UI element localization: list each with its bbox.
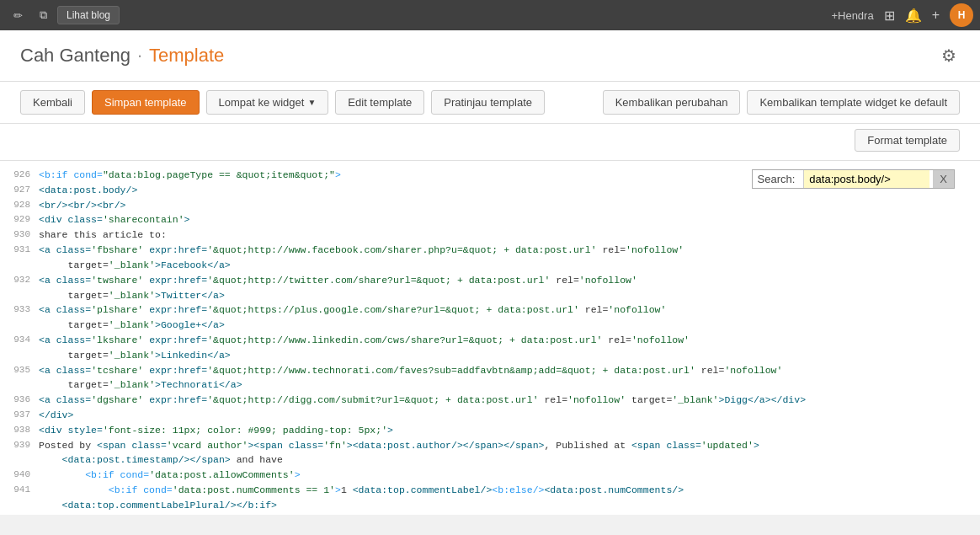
line-number: 942 bbox=[7, 513, 39, 515]
line-number: 927 bbox=[7, 183, 39, 198]
line-number: 934 bbox=[7, 333, 39, 363]
line-number: 938 bbox=[7, 423, 39, 438]
search-bar: Search: X bbox=[752, 169, 955, 189]
top-navigation: ✏ ⧉ Lihat blog +Hendra ⊞ 🔔 + H bbox=[0, 0, 980, 30]
table-row: 937 </div> bbox=[0, 408, 963, 423]
table-row: 929 <div class='sharecontain'> bbox=[0, 212, 963, 227]
page-title: Template bbox=[149, 45, 224, 67]
lihat-blog-button[interactable]: Lihat blog bbox=[57, 6, 120, 24]
separator: · bbox=[137, 45, 142, 67]
simpan-template-button[interactable]: Simpan template bbox=[92, 90, 200, 115]
line-number: 933 bbox=[7, 302, 39, 333]
table-row: 939 Posted by <span class='vcard author'… bbox=[0, 438, 963, 468]
settings-button[interactable]: ⚙ bbox=[938, 42, 960, 69]
line-number: 928 bbox=[7, 198, 39, 213]
table-row: 940 <b:if cond='data:post.allowComments'… bbox=[0, 468, 963, 483]
code-editor: Search: X 926 <b:if cond="data:blog.page… bbox=[0, 161, 980, 515]
kembalikan-perubahan-button[interactable]: Kembalikan perubahan bbox=[603, 90, 741, 115]
line-number: 941 bbox=[7, 483, 39, 513]
line-number: 939 bbox=[7, 438, 39, 468]
line-content: <div class='sharecontain'> bbox=[39, 212, 956, 227]
user-name[interactable]: +Hendra bbox=[831, 9, 873, 22]
line-content bbox=[39, 513, 956, 515]
line-content: <a class='plshare' expr:href='&quot;http… bbox=[39, 302, 956, 333]
line-number: 935 bbox=[7, 363, 39, 393]
kembali-button[interactable]: Kembali bbox=[20, 90, 85, 115]
line-number: 937 bbox=[7, 408, 39, 423]
line-content: Posted by <span class='vcard author'><sp… bbox=[39, 438, 956, 468]
blog-name: Cah Ganteng bbox=[20, 45, 130, 67]
bell-icon[interactable]: 🔔 bbox=[905, 8, 922, 24]
search-input[interactable] bbox=[803, 170, 929, 188]
format-template-button[interactable]: Format template bbox=[855, 129, 960, 152]
line-content: <div style='font-size: 11px; color: #999… bbox=[39, 423, 956, 438]
line-content: <a class='tcshare' expr:href='&quot;http… bbox=[39, 363, 956, 393]
toolbar-right: Kembalikan perubahan Kembalikan template… bbox=[603, 90, 960, 115]
edit-nav-button[interactable]: ✏ bbox=[7, 6, 29, 25]
page-header: Cah Ganteng · Template ⚙ bbox=[0, 30, 980, 82]
code-area[interactable]: 926 <b:if cond="data:blog.pageType == &q… bbox=[0, 161, 980, 515]
top-nav-right: +Hendra ⊞ 🔔 + H bbox=[831, 3, 973, 27]
lompat-ke-widget-button[interactable]: Lompat ke widget ▼ bbox=[206, 90, 329, 115]
grid-icon[interactable]: ⊞ bbox=[884, 8, 895, 24]
copy-icon: ⧉ bbox=[40, 8, 47, 22]
toolbar: Kembali Simpan template Lompat ke widget… bbox=[0, 82, 980, 124]
line-number: 930 bbox=[7, 227, 39, 243]
line-content: share this article to: bbox=[39, 227, 956, 243]
line-content: </div> bbox=[39, 408, 956, 423]
lompat-label: Lompat ke widget bbox=[219, 96, 305, 109]
table-row: 941 <b:if cond='data:post.numComments ==… bbox=[0, 483, 963, 513]
table-row: 936 <a class='dgshare' expr:href='&quot;… bbox=[0, 393, 963, 408]
pratinjau-template-button[interactable]: Pratinjau template bbox=[431, 90, 545, 115]
plus-icon[interactable]: + bbox=[932, 8, 940, 23]
table-row: 928 <br/><br/><br/> bbox=[0, 198, 963, 213]
line-number: 926 bbox=[7, 168, 39, 183]
pencil-icon: ✏ bbox=[13, 9, 23, 22]
search-label: Search: bbox=[753, 170, 801, 188]
table-row: 931 <a class='fbshare' expr:href='&quot;… bbox=[0, 243, 963, 273]
line-content: <br/><br/><br/> bbox=[39, 198, 956, 213]
dropdown-arrow-icon: ▼ bbox=[307, 98, 316, 107]
line-number: 929 bbox=[7, 212, 39, 227]
edit-template-button[interactable]: Edit template bbox=[335, 90, 424, 115]
line-content: <a class='dgshare' expr:href='&quot;http… bbox=[39, 393, 956, 408]
line-number: 940 bbox=[7, 468, 39, 483]
table-row: 930 share this article to: bbox=[0, 227, 963, 243]
table-row: 934 <a class='lkshare' expr:href='&quot;… bbox=[0, 333, 963, 363]
kembalikan-widget-button[interactable]: Kembalikan template widget ke default bbox=[747, 90, 960, 115]
line-content: <a class='lkshare' expr:href='&quot;http… bbox=[39, 333, 956, 363]
table-row: 932 <a class='twshare' expr:href='&quot;… bbox=[0, 273, 963, 303]
line-number: 936 bbox=[7, 393, 39, 408]
page-title-area: Cah Ganteng · Template bbox=[20, 45, 224, 67]
top-nav-left: ✏ ⧉ Lihat blog bbox=[7, 5, 120, 25]
table-row: 942 bbox=[0, 513, 963, 515]
search-close-button[interactable]: X bbox=[933, 170, 954, 188]
avatar[interactable]: H bbox=[950, 3, 973, 27]
line-content: <b:if cond='data:post.numComments == 1'>… bbox=[39, 483, 956, 513]
line-number: 932 bbox=[7, 273, 39, 303]
line-content: <a class='twshare' expr:href='&quot;http… bbox=[39, 273, 956, 303]
format-template-row: Format template bbox=[0, 124, 980, 161]
line-content: <b:if cond='data:post.allowComments'> bbox=[39, 468, 956, 483]
table-row: 933 <a class='plshare' expr:href='&quot;… bbox=[0, 302, 963, 333]
line-number: 931 bbox=[7, 243, 39, 273]
table-row: 938 <div style='font-size: 11px; color: … bbox=[0, 423, 963, 438]
table-row: 935 <a class='tcshare' expr:href='&quot;… bbox=[0, 363, 963, 393]
line-content: <a class='fbshare' expr:href='&quot;http… bbox=[39, 243, 956, 273]
copy-nav-button[interactable]: ⧉ bbox=[33, 5, 54, 25]
